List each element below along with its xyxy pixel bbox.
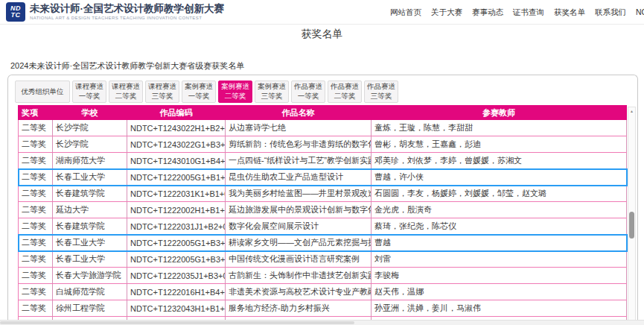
tab[interactable]: 作品赛道一等奖 (291, 81, 325, 103)
main-nav: 网站首页关于大赛赛事动态证书查询获奖名单联系我们NCDA大赛 (390, 7, 644, 18)
title-cell: 非遗美术资源与高校艺术设计专业产教融合 (226, 284, 372, 300)
logo[interactable]: ND TC 未来设计师·全国艺术设计教师教学创新大赛 NATIONAL ART … (6, 2, 224, 22)
table-row: 二等奖长春工业大学NDTC+T1222005G1+B3+005耕读家乡文明——文… (19, 235, 627, 251)
school-cell: 湖南师范大学 (53, 153, 127, 169)
horizontal-scrollbar-thumb[interactable] (0, 321, 354, 324)
tab-label: 作品赛道 (331, 82, 359, 92)
awards-table-wrap: 奖项学校作品编码作品名称参赛教师 二等奖长沙学院NDTC+T1243022H1+… (18, 105, 625, 325)
nav-item[interactable]: 证书查询 (513, 7, 544, 18)
tab-label: 案例赛道 (221, 82, 249, 92)
school-cell: 延边大学 (53, 202, 127, 218)
school-cell: 长春工业大学 (53, 169, 127, 186)
award-cell: 二等奖 (19, 169, 53, 186)
awards-panel: 优秀组织单位课程赛道一等奖课程赛道二等奖课程赛道三等奖案例赛道一等奖案例赛道二等… (7, 75, 638, 325)
scroll-up-icon[interactable]: ▲ (628, 107, 635, 115)
table-row: 二等奖长沙学院NDTC+T1243022G1+B3+002剪纸新韵：传统色彩与非… (19, 136, 627, 153)
nav-item[interactable]: 关于大赛 (431, 7, 462, 18)
tab-label: 优秀组织单位 (22, 87, 64, 97)
title-cell: 昆虫仿生助农工业产品造型设计 (226, 169, 372, 186)
school-cell: 徐州工程学院 (53, 300, 127, 317)
school-cell: 长春工业大学 (53, 251, 127, 268)
table-header-row: 奖项学校作品编码作品名称参赛教师 (19, 106, 627, 120)
tab[interactable]: 课程赛道三等奖 (145, 81, 179, 103)
award-cell: 二等奖 (19, 235, 53, 251)
award-cell: 二等奖 (19, 120, 53, 136)
tab-label: 案例赛道 (258, 82, 286, 92)
title-cell: 数字化会展空间展示设计 (226, 218, 372, 235)
tab[interactable]: 作品赛道三等奖 (364, 81, 398, 103)
tab[interactable]: 课程赛道一等奖 (72, 81, 106, 103)
school-cell: 长春工业大学 (53, 235, 127, 251)
nav-item[interactable]: 获奖名单 (554, 7, 585, 18)
table-row: 二等奖长春工业大学NDTC+T1222005G1+B1+001昆虫仿生助农工业产… (19, 169, 627, 186)
table-row: 二等奖徐州工程学院NDTC+T1232043H1+B1+001服务地方经济-助力… (19, 300, 627, 317)
tab-label: 作品赛道 (367, 82, 395, 92)
list-subtitle: 2024未来设计师·全国艺术设计教师教学创新大赛省级赛获奖名单 (10, 60, 244, 72)
tab[interactable]: 优秀组织单位 (15, 81, 70, 103)
site-header: ND TC 未来设计师·全国艺术设计教师教学创新大赛 NATIONAL ART … (0, 0, 644, 25)
table-row: 二等奖长春建筑学院NDTC+T1222031J1+B2+001数字化会展空间展示… (19, 218, 627, 235)
title-cell: 中国传统文化漫画设计语言研究案例 (226, 251, 372, 268)
award-cell: 二等奖 (19, 268, 53, 284)
table-row: 二等奖湖南师范大学NDTC+T1243010G1+B4+001一点四链-“纸样设… (19, 153, 627, 169)
table-row: 二等奖长春大学旅游学院NDTC+T1222035J1+B3+001古韵新生：头饰… (19, 268, 627, 284)
nav-item[interactable]: 联系我们 (595, 7, 626, 18)
table-row: 二等奖延边大学NDTC+T1222002H1+B1+002延边旅游发展中的景观设… (19, 202, 627, 218)
tab[interactable]: 课程赛道二等奖 (109, 81, 143, 103)
tab-label: 三等奖 (152, 92, 173, 101)
column-header: 参赛教师 (372, 106, 627, 120)
awards-table: 奖项学校作品编码作品名称参赛教师 二等奖长沙学院NDTC+T1243022H1+… (18, 105, 627, 325)
school-cell: 白城师范学院 (53, 284, 127, 300)
school-cell: 长春大学旅游学院 (53, 268, 127, 284)
tab-label: 课程赛道 (112, 82, 140, 92)
code-cell: NDTC+T1243022H1+B2+002 (127, 120, 226, 136)
title-cell: 从边塞诗学七绝 (226, 120, 372, 136)
vertical-scrollbar[interactable]: ▲ ▼ (628, 107, 636, 325)
teachers-cell: 金光虎，殷演奇 (372, 202, 627, 218)
code-cell: NDTC+T1243010G1+B4+001 (127, 153, 226, 169)
horizontal-scrollbar[interactable] (0, 320, 644, 325)
tabs: 优秀组织单位课程赛道一等奖课程赛道二等奖课程赛道三等奖案例赛道一等奖案例赛道二等… (8, 75, 637, 103)
teachers-cell: 石圆圆，李友，杨媛婷，刘媛媛，邹莹，赵文璐 (372, 186, 627, 202)
nav-item[interactable]: 赛事动态 (472, 7, 503, 18)
code-cell: NDTC+T1222005G1+B1+001 (127, 169, 226, 186)
logo-text: 未来设计师·全国艺术设计教师教学创新大赛 NATIONAL ART & DESI… (30, 4, 224, 21)
tab-label: 课程赛道 (75, 82, 103, 92)
tab-label: 课程赛道 (148, 82, 176, 92)
column-header: 奖项 (19, 106, 53, 120)
award-cell: 二等奖 (19, 202, 53, 218)
tab-label: 二等奖 (225, 92, 246, 101)
title-cell: 服务地方经济-助力乡村振兴 (226, 300, 372, 317)
tab[interactable]: 案例赛道一等奖 (182, 81, 216, 103)
tab[interactable]: 作品赛道二等奖 (328, 81, 362, 103)
nav-item[interactable]: 网站首页 (390, 7, 421, 18)
vertical-scrollbar-thumb[interactable] (629, 212, 634, 239)
award-cell: 二等奖 (19, 300, 53, 317)
teachers-cell: 童炼，王璇，陈慧，李甜甜 (372, 120, 627, 136)
school-cell: 长春建筑学院 (53, 218, 127, 235)
teachers-cell: 李骏梅 (372, 268, 627, 284)
code-cell: NDTC+T1222005G1+B3+005 (127, 235, 226, 251)
tab-label: 二等奖 (334, 92, 356, 101)
title-cell: 延边旅游发展中的景观设计创新与数字化展示 (226, 202, 372, 218)
award-cell: 二等奖 (19, 284, 53, 300)
column-header: 作品名称 (226, 106, 372, 120)
code-cell: NDTC+T1222002H1+B1+002 (127, 202, 226, 218)
page-title: 获奖名单 (0, 28, 644, 41)
code-cell: NDTC+T1243022G1+B3+002 (127, 136, 226, 153)
school-cell: 长沙学院 (53, 136, 127, 153)
title-cell: 一点四链-“纸样设计与工艺”教学创新实践 (226, 153, 372, 169)
tab-label: 作品赛道 (294, 82, 322, 92)
nav-item[interactable]: NCDA大赛 (636, 7, 644, 18)
tab-label: 一等奖 (298, 92, 319, 101)
teachers-cell: 邓美珍，刘依梦，李婷，曾媛媛，苏湘文 (372, 153, 627, 169)
tab[interactable]: 案例赛道三等奖 (255, 81, 289, 103)
teachers-cell: 刘雷 (372, 251, 627, 268)
column-header: 作品编码 (127, 106, 226, 120)
school-cell: 长沙学院 (53, 120, 127, 136)
award-cell: 二等奖 (19, 186, 53, 202)
tab[interactable]: 案例赛道二等奖 (218, 81, 252, 103)
title-cell: 剪纸新韵：传统色彩与非遗剪纸的数字化创新 (226, 136, 372, 153)
tab-label: 三等奖 (261, 92, 283, 101)
title-cell: 耕读家乡文明——文创产品元素挖掘与探索 (226, 235, 372, 251)
